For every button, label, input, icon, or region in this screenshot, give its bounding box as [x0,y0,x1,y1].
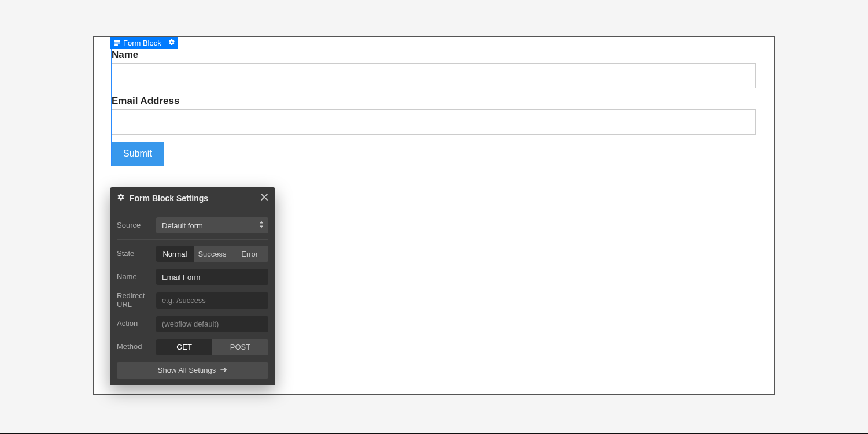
form-block-settings-panel[interactable]: Form Block Settings Source Default form [110,187,275,385]
redirect-url-input[interactable] [156,292,268,309]
arrow-right-icon [220,366,227,374]
email-field-label: Email Address [112,95,756,109]
method-segmented-control: GET POST [156,339,268,355]
form-wrapper: Form Block Name Email Address Submit [111,49,756,166]
state-success-button[interactable]: Success [194,246,231,262]
state-normal-button[interactable]: Normal [156,246,194,262]
name-row: Name [117,265,268,288]
gear-icon [168,38,175,48]
name-input[interactable] [112,63,756,88]
gear-icon [117,193,125,203]
state-row: State Normal Success Error [117,242,268,265]
close-icon [260,193,268,203]
method-label: Method [117,343,152,351]
selection-settings-button[interactable] [165,37,178,49]
state-segmented-control: Normal Success Error [156,246,268,262]
method-get-button[interactable]: GET [156,339,212,355]
redirect-label: Redirect URL [117,292,152,309]
action-row: Action [117,313,268,336]
name-setting-label: Name [117,273,152,281]
panel-close-button[interactable] [260,193,268,203]
action-label: Action [117,320,152,328]
source-label: Source [117,221,152,230]
panel-header: Form Block Settings [110,187,275,209]
show-all-settings-label: Show All Settings [158,366,216,374]
select-caret-icon [259,221,264,230]
method-row: Method GET POST [117,336,268,359]
state-error-button[interactable]: Error [231,246,268,262]
source-select-value: Default form [162,221,203,230]
method-post-button[interactable]: POST [212,339,268,355]
submit-button[interactable]: Submit [112,142,164,166]
selection-tag-pill[interactable]: Form Block [110,37,165,49]
redirect-row: Redirect URL [117,288,268,313]
form-block-icon [114,39,121,46]
source-select[interactable]: Default form [156,217,268,233]
panel-title: Form Block Settings [130,194,208,203]
name-setting-input[interactable] [156,269,268,285]
action-input[interactable] [156,316,268,332]
state-label: State [117,250,152,258]
selection-tag: Form Block [110,37,178,49]
name-field-label: Name [112,49,756,63]
svg-rect-0 [114,40,120,42]
panel-body: Source Default form State Normal Success [110,209,275,385]
form-block[interactable]: Name Email Address Submit [111,49,756,166]
email-input[interactable] [112,109,756,135]
source-row: Source Default form [117,214,268,240]
svg-rect-1 [114,43,120,44]
show-all-settings-button[interactable]: Show All Settings [117,362,268,379]
svg-rect-2 [114,44,118,46]
selection-tag-label: Form Block [123,39,161,47]
